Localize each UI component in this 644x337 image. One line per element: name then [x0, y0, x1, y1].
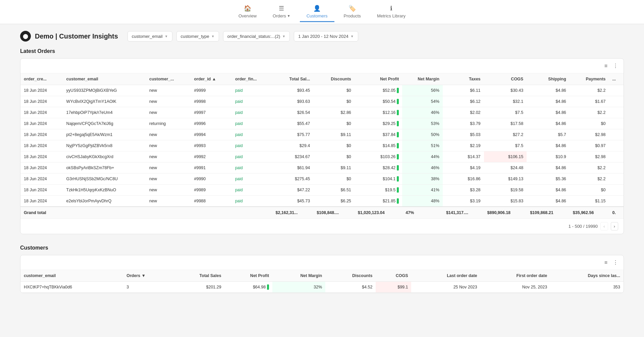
- cell-fin-status: paid: [232, 185, 272, 196]
- col-customer-email: customer_email: [63, 73, 146, 85]
- pagination-info: 1 - 500 / 19990: [569, 224, 598, 229]
- cell-date: 18 Jun 2024: [20, 196, 63, 207]
- cell-net-margin: 54%: [402, 96, 443, 107]
- cell-payments: $2.2: [570, 162, 609, 174]
- cell-date: 18 Jun 2024: [20, 140, 63, 151]
- cell-discounts: $2.86: [313, 107, 355, 118]
- cell-discounts: $0: [313, 151, 355, 162]
- nav-item-orders[interactable]: ☰ Orders ▼: [266, 2, 297, 22]
- cell-net-profit: $64.98: [225, 282, 272, 293]
- table-row: 18 Jun 2024 17ehbpOiP7Ypk/r7eUm4 new #99…: [20, 107, 624, 118]
- nav-item-metrics-library[interactable]: ℹ Metrics Library: [370, 2, 412, 22]
- cell-taxes: $3.28: [443, 185, 484, 196]
- cell-order-id: #9988: [191, 196, 231, 207]
- profit-bar: [397, 187, 399, 193]
- cell-net-margin: 44%: [402, 151, 443, 162]
- customers-more-options-button[interactable]: ⋮: [611, 258, 620, 267]
- cell-type: new: [146, 162, 191, 174]
- cell-net-profit: $37.84: [355, 129, 402, 140]
- cell-more: [609, 196, 624, 207]
- nav-item-overview[interactable]: 🏠 Overview: [232, 2, 263, 22]
- cell-more: [609, 96, 624, 107]
- cell-type: new: [146, 140, 191, 151]
- cell-total-sales: $93.45: [272, 85, 313, 96]
- nav-item-customers[interactable]: 👤 Customers: [300, 2, 334, 22]
- table-row: 18 Jun 2024 okSBsPyAriBkSZm78Fb+ new #99…: [20, 162, 624, 174]
- nav-item-products[interactable]: 🏷️ Products: [337, 2, 368, 22]
- cell-email: pt2+8egaj5qE5Ak/Wzm1: [63, 129, 146, 140]
- cell-payments: $2.2: [570, 174, 609, 185]
- cell-total-sales: $26.54: [272, 107, 313, 118]
- cell-net-profit: $103.26: [355, 151, 402, 162]
- cell-fin-status: paid: [232, 96, 272, 107]
- cell-last-order-date: 25 Nov 2023: [411, 282, 480, 293]
- filter-customer-type[interactable]: customer_type ▼: [176, 31, 219, 42]
- cell-more: [609, 107, 624, 118]
- cust-col-discounts: Discounts: [325, 270, 376, 282]
- pagination-prev[interactable]: ‹: [600, 222, 608, 230]
- filter-icon-button[interactable]: ≡: [603, 61, 609, 70]
- cell-discounts: $0: [313, 96, 355, 107]
- nav-label-products: Products: [344, 13, 361, 18]
- cell-order-id: #9998: [191, 96, 231, 107]
- chevron-down-icon: ▼: [282, 35, 285, 38]
- cell-type: new: [146, 196, 191, 207]
- col-more: ...: [609, 73, 624, 85]
- cell-total-sales: $61.94: [272, 162, 313, 174]
- cell-shipping: $5.7: [527, 129, 570, 140]
- cell-payments: $1.67: [570, 96, 609, 107]
- more-options-button[interactable]: ⋮: [611, 61, 620, 70]
- cell-fin-status: paid: [232, 151, 272, 162]
- cell-payments: $2.98: [570, 129, 609, 140]
- grand-total-sales: $2,162,31...: [272, 207, 313, 218]
- cell-email: TzkHk1H5UqrpKxKzBNuO: [63, 185, 146, 196]
- customers-section-title: Customers: [20, 245, 624, 251]
- filter-order-financial-status[interactable]: order_financial_status:...(2) ▼: [223, 31, 290, 42]
- customers-toolbar: ≡ ⋮: [20, 255, 624, 270]
- cell-shipping: $5.36: [527, 174, 570, 185]
- cell-fin-status: paid: [232, 85, 272, 96]
- chevron-down-icon: ▼: [165, 35, 168, 38]
- cell-email: 17ehbpOiP7Ypk/r7eUm4: [63, 107, 146, 118]
- filter-date-range[interactable]: 1 Jan 2020 - 12 Nov 2024 ▼: [294, 31, 358, 42]
- cell-shipping: $4.86: [527, 107, 570, 118]
- table-row: 18 Jun 2024 Najqem/CFQGcTA7klJ6g returni…: [20, 118, 624, 129]
- cell-discounts: $0: [313, 118, 355, 129]
- cell-order-id: #9989: [191, 185, 231, 196]
- customers-filter-icon-button[interactable]: ≡: [603, 258, 609, 267]
- table-row: 18 Jun 2024 TzkHk1H5UqrpKxKzBNuO new #99…: [20, 185, 624, 196]
- grand-total-shipping: $109,868.21: [527, 207, 570, 218]
- cell-email: G3rHUSNjSSb2MGc/NC8U: [63, 174, 146, 185]
- table-row: 18 Jun 2024 pt2+8egaj5qE5Ak/Wzm1 new #99…: [20, 129, 624, 140]
- metrics-library-icon: ℹ: [390, 5, 392, 12]
- cell-shipping: $4.86: [527, 185, 570, 196]
- cell-net-margin: 32%: [272, 282, 325, 293]
- cell-type: new: [146, 151, 191, 162]
- cust-col-days-since-last: Days since las...: [550, 270, 624, 282]
- col-shipping: Shipping: [527, 73, 570, 85]
- cust-col-orders[interactable]: Orders ▼: [123, 270, 171, 282]
- latest-orders-toolbar: ≡ ⋮: [20, 59, 624, 73]
- cell-email: Najqem/CFQGcTA7klJ6g: [63, 118, 146, 129]
- col-net-margin: Net Margin: [402, 73, 443, 85]
- cell-more: [609, 129, 624, 140]
- profit-bar: [397, 88, 399, 93]
- cell-shipping: $4.86: [527, 118, 570, 129]
- pagination-next[interactable]: ›: [611, 222, 618, 230]
- cell-email: yyUS933ZPMOjBiGXBYeG: [63, 85, 146, 96]
- cell-cogs: $99.1: [376, 282, 411, 293]
- cell-date: 18 Jun 2024: [20, 129, 63, 140]
- col-taxes: Taxes: [443, 73, 484, 85]
- profit-bar: [397, 198, 399, 204]
- cell-discounts: $0: [313, 85, 355, 96]
- cell-cogs: $15.83: [484, 196, 527, 207]
- col-order-id[interactable]: order_id ▲: [191, 73, 231, 85]
- cell-fin-status: paid: [232, 129, 272, 140]
- cell-total-sales: $29.4: [272, 140, 313, 151]
- chevron-down-icon: ▼: [351, 35, 354, 38]
- col-discounts: Discounts: [313, 73, 355, 85]
- grand-total-discounts: $108,848....: [313, 207, 355, 218]
- cell-cogs: $30.43: [484, 85, 527, 96]
- filter-customer-email[interactable]: customer_email ▼: [127, 31, 172, 42]
- cell-email: civCHSJabyKGkXbcgXrd: [63, 151, 146, 162]
